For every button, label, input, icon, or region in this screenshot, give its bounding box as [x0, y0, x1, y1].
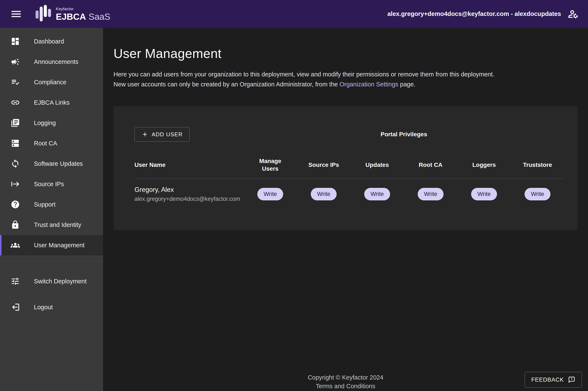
- sidebar-item-label: Trust and Identity: [34, 221, 81, 228]
- column-header-user-name: User Name: [135, 162, 243, 168]
- sidebar-item-label: Switch Deployment: [34, 278, 86, 285]
- sidebar-item-software-updates[interactable]: Software Updates: [0, 153, 103, 174]
- page-description: Here you can add users from your organiz…: [113, 69, 578, 89]
- user-email: alex.gregory+demo4docs@keyfactor.com: [135, 196, 243, 202]
- privilege-write-button-truststore[interactable]: Write: [524, 188, 551, 200]
- description-line2: New user accounts can only be created by…: [113, 81, 338, 88]
- sidebar-item-announcements[interactable]: Announcements: [0, 52, 103, 72]
- user-management-icon: [11, 240, 20, 250]
- top-bar: Keyfactor EJBCA SaaS alex.gregory+demo4d…: [0, 0, 588, 28]
- plus-icon: [142, 131, 148, 138]
- sidebar-item-label: Announcements: [34, 58, 78, 65]
- sidebar-item-label: Source IPs: [34, 181, 64, 188]
- source-ips-icon: [11, 179, 20, 189]
- brand-ejbca-label: EJBCA: [56, 12, 86, 21]
- privilege-write-button-updates[interactable]: Write: [364, 188, 390, 200]
- feedback-button[interactable]: FEEDBACK: [524, 372, 582, 388]
- support-icon: [11, 200, 20, 209]
- sidebar-item-label: Support: [34, 201, 56, 208]
- sidebar-item-dashboard[interactable]: Dashboard: [0, 31, 103, 52]
- sidebar-item-label: Compliance: [34, 79, 66, 86]
- organization-settings-link[interactable]: Organization Settings: [340, 81, 398, 88]
- sidebar-item-support[interactable]: Support: [0, 194, 103, 215]
- sidebar-item-label: Logout: [34, 304, 53, 311]
- account-info: alex.gregory+demo4docs@keyfactor.com - a…: [387, 10, 561, 17]
- logout-icon: [11, 302, 20, 312]
- switch-deployment-icon: [11, 277, 20, 286]
- table-row: Gregory, Alex alex.gregory+demo4docs@key…: [135, 179, 564, 211]
- brand-logo: Keyfactor EJBCA SaaS: [35, 5, 110, 23]
- sidebar-item-label: Software Updates: [34, 160, 83, 167]
- sidebar-item-label: Root CA: [34, 140, 57, 147]
- brand-saas-label: SaaS: [88, 12, 110, 21]
- sidebar: Dashboard Announcements Compliance EJBCA…: [0, 28, 103, 391]
- sidebar-item-user-management[interactable]: User Management: [0, 235, 103, 255]
- column-header-truststore: Truststore: [511, 161, 564, 169]
- privilege-write-button-manage-users[interactable]: Write: [257, 188, 283, 200]
- feedback-icon: [568, 376, 575, 383]
- dashboard-icon: [11, 37, 20, 46]
- sidebar-item-label: User Management: [34, 242, 85, 249]
- page-footer: Copyright © Keyfactor 2024 Terms and Con…: [308, 373, 383, 391]
- column-header-root-ca: Root CA: [404, 161, 457, 169]
- portal-privileges-heading: Portal Privileges: [243, 131, 564, 138]
- terms-and-conditions-link[interactable]: Terms and Conditions: [308, 382, 383, 391]
- brand-keyfactor-label: Keyfactor: [56, 7, 110, 11]
- main-content: User Management Here you can add users f…: [103, 28, 588, 391]
- column-header-manage-users: Manage Users: [243, 157, 297, 173]
- sidebar-item-source-ips[interactable]: Source IPs: [0, 174, 103, 194]
- logging-icon: [11, 118, 20, 128]
- root-ca-icon: [11, 139, 20, 148]
- link-icon: [11, 98, 20, 107]
- column-header-source-ips: Source IPs: [297, 161, 350, 169]
- software-updates-icon: [11, 159, 20, 168]
- user-management-card: ADD USER Portal Privileges User Name Man…: [113, 106, 578, 230]
- column-header-loggers: Loggers: [457, 161, 511, 169]
- copyright-text: Copyright © Keyfactor 2024: [308, 373, 383, 382]
- privilege-write-button-source-ips[interactable]: Write: [311, 188, 337, 200]
- add-user-button[interactable]: ADD USER: [135, 127, 190, 142]
- brand-text: Keyfactor EJBCA SaaS: [56, 7, 110, 21]
- sidebar-item-trust-and-identity[interactable]: Trust and Identity: [0, 215, 103, 235]
- column-header-updates: Updates: [350, 161, 404, 169]
- description-line1: Here you can add users from your organiz…: [113, 71, 495, 78]
- description-line2-suffix: page.: [400, 81, 416, 88]
- keyfactor-logo-icon: [35, 5, 52, 23]
- privilege-write-button-root-ca[interactable]: Write: [418, 188, 444, 200]
- announcements-icon: [11, 57, 20, 66]
- sidebar-item-logout[interactable]: Logout: [0, 294, 103, 320]
- sidebar-item-ejbca-links[interactable]: EJBCA Links: [0, 92, 103, 113]
- menu-icon[interactable]: [10, 8, 22, 20]
- sidebar-item-label: EJBCA Links: [34, 99, 70, 106]
- sidebar-item-root-ca[interactable]: Root CA: [0, 133, 103, 153]
- sidebar-item-logging[interactable]: Logging: [0, 113, 103, 133]
- manage-accounts-icon[interactable]: [567, 8, 579, 20]
- sidebar-item-label: Logging: [34, 119, 56, 126]
- compliance-icon: [11, 78, 20, 87]
- privilege-write-button-loggers[interactable]: Write: [471, 188, 497, 200]
- page-title: User Management: [113, 46, 578, 61]
- sidebar-item-switch-deployment[interactable]: Switch Deployment: [0, 268, 103, 294]
- user-name: Gregory, Alex: [135, 186, 243, 194]
- table-header-row: User Name Manage Users Source IPs Update…: [135, 157, 564, 173]
- sidebar-item-label: Dashboard: [34, 38, 64, 45]
- sidebar-item-compliance[interactable]: Compliance: [0, 72, 103, 92]
- trust-identity-icon: [11, 220, 20, 229]
